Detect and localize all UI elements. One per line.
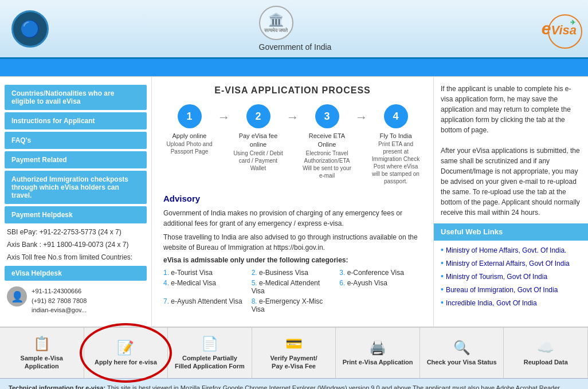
header-left-logo: 🔵 (11, 10, 49, 48)
admissible-title: eVisa is admissable only under the follo… (163, 256, 422, 264)
useful-links-list: •Ministry of Home Affairs, Govt. Of Indi… (441, 245, 581, 308)
step-2-sublabel: Using Credit / Debit card / Payment Wall… (233, 150, 284, 172)
sidebar: Countries/Nationalities who are eligible… (0, 77, 152, 327)
sidebar-item-checkposts[interactable]: Authorized Immigration checkposts throug… (5, 171, 147, 204)
sidebar-item-countries[interactable]: Countries/Nationalities who are eligible… (5, 85, 147, 110)
useful-links-title: Useful Web Links (434, 223, 588, 241)
arrow-3: → (353, 110, 370, 125)
visa-category-item: 7. e-Ayush Attendent Visa (163, 297, 246, 313)
visa-category-item: 3. e-Conference Visa (339, 269, 422, 277)
arrow-2: → (284, 110, 301, 125)
toolbar-icon-verify: 💳 (285, 336, 303, 352)
toolbar-label-verify: Verify Payment/ (271, 354, 317, 362)
toolbar-icon-sample: 📋 (33, 336, 50, 352)
step-3: 3 Receive ETA Online Electronic Travel A… (301, 104, 353, 179)
footer: Technical information for e-visa: This s… (0, 378, 588, 389)
evisa-helpdesk-label: eVisa Helpdesk (5, 266, 147, 281)
visa-category-item: 8. e-Emergency X-Misc Visa (252, 297, 334, 313)
header-right-logo: eVisa ✈ (542, 19, 577, 38)
bullet-icon: • (441, 298, 444, 308)
toolbar-label-sample: Sample e-Visa (21, 354, 63, 362)
left-emblem: 🔵 (11, 10, 49, 48)
step-4-sublabel: Print ETA and present at Immigration Che… (370, 140, 422, 185)
bullet-icon: • (441, 272, 444, 281)
toolbar-icon-check: 🔍 (453, 340, 471, 356)
bottom-toolbar: 📋Sample e-VisaApplication📝Apply here for… (0, 327, 588, 378)
step-4-circle: 4 (384, 104, 408, 128)
toolbar-item-reupload[interactable]: ☁️Reupload Data (504, 328, 588, 378)
visa-category-item: 4. e-Medical Visa (163, 279, 246, 295)
step-1-label: Apply online (173, 132, 207, 140)
visa-category-item: 1. e-Tourist Visa (163, 269, 246, 277)
toolbar-icon-print: 🖨️ (369, 340, 386, 356)
sidebar-item-instructions[interactable]: Instructions for Applicant (5, 112, 147, 129)
toolbar-label-complete: Filled Application Form (175, 362, 245, 370)
visa-category-item: 5. e-Medical Attendent Visa (252, 279, 334, 295)
useful-link-item[interactable]: •Ministry of Tourism, Govt Of India (441, 272, 581, 282)
toolbar-label-apply: Apply here for e-visa (95, 358, 157, 366)
helpdesk-avatar: 👤 (7, 286, 27, 307)
helpdesk-phone1: +91-11-24300666 (32, 286, 87, 296)
helpdesk-contact: 👤 +91-11-24300666 (+91) 82 7808 7808 ind… (0, 283, 151, 319)
contact-info: +91-11-24300666 (+91) 82 7808 7808 india… (32, 286, 87, 315)
step-3-circle: 3 (315, 104, 339, 128)
useful-link-item[interactable]: •Incredible India, Govt Of India (441, 298, 581, 308)
step-4: 4 Fly To India Print ETA and present at … (370, 104, 422, 185)
bullet-icon: • (441, 285, 444, 294)
toolbar-label-print: Print e-Visa Application (343, 358, 413, 366)
step-4-label: Fly To India (379, 132, 411, 140)
useful-link-item[interactable]: •Ministry of Home Affairs, Govt. Of Indi… (441, 245, 581, 256)
useful-link-item[interactable]: •Ministry of External Affairs, Govt Of I… (441, 258, 581, 269)
right-panel: If the applicant is unable to complete h… (433, 77, 588, 327)
blue-nav-strip (0, 59, 588, 76)
sidebar-item-payment-helpdesk[interactable]: Payment Helpdesk (5, 206, 147, 223)
advisory-text-2: Those travelling to India are also advis… (163, 232, 422, 253)
toolbar-item-sample[interactable]: 📋Sample e-VisaApplication (0, 328, 84, 378)
step-1-sublabel: Upload Photo and Passport Page (164, 140, 215, 155)
header-center: 🏛️ सत्यमेव जयते Government of India (259, 6, 332, 52)
step-2-label: Pay eVisa fee online (233, 132, 284, 150)
bullet-icon: • (441, 245, 444, 255)
helpdesk-email: indian-evisa@gov... (32, 305, 87, 315)
toolbar-label-complete: Complete Partially (182, 354, 237, 362)
useful-link-item[interactable]: •Bureau of Immigration, Govt Of India (441, 285, 581, 295)
advisory-text-1: Government of India makes no provision o… (163, 208, 422, 229)
step-1: 1 Apply online Upload Photo and Passport… (164, 104, 215, 155)
gov-title: Government of India (259, 42, 332, 52)
toolbar-icon-reupload: ☁️ (537, 340, 554, 356)
step-3-sublabel: Electronic Travel Authorization/ETA Will… (301, 150, 353, 179)
helpdesk-phone2: (+91) 82 7808 7808 (32, 296, 87, 306)
footer-bold: Technical information for e-visa: (9, 384, 105, 389)
visa-category-item: 6. e-Ayush Visa (339, 279, 422, 295)
right-info-2: After your eVisa applications is submitt… (441, 146, 581, 218)
axis-bank-text: Axis Bank : +91 1800-419-0073 (24 x 7) (0, 238, 151, 251)
toolbar-item-print[interactable]: 🖨️Print e-Visa Application (336, 328, 420, 378)
toolbar-item-complete[interactable]: 📄Complete PartiallyFilled Application Fo… (168, 328, 252, 378)
sidebar-item-faqs[interactable]: FAQ's (5, 132, 147, 149)
toolbar-label-sample: Application (25, 362, 59, 370)
toolbar-icon-apply: 📝 (117, 340, 134, 356)
toolbar-item-apply[interactable]: 📝Apply here for e-visa (84, 328, 168, 378)
toolbar-label-reupload: Reupload Data (524, 358, 568, 366)
arrow-1: → (215, 110, 233, 125)
sbi-epay-text: SBI ePay: +91-22-2753-5773 (24 x 7) (0, 226, 151, 238)
toolbar-label-verify: Pay e-Visa Fee (272, 362, 316, 370)
step-2-circle: 2 (246, 104, 271, 128)
axis-tollfree-text: Axis Toll free No.s from limited Countri… (0, 251, 151, 264)
sidebar-item-payment[interactable]: Payment Related (5, 151, 147, 168)
advisory-text-2-content: Those travelling to India are also advis… (163, 233, 418, 252)
center-emblem: 🏛️ सत्यमेव जयते (259, 6, 293, 40)
center-content: E-VISA APPLICATION PROCESS 1 Apply onlin… (152, 77, 433, 327)
step-3-label: Receive ETA Online (301, 132, 353, 150)
toolbar-item-verify[interactable]: 💳Verify Payment/Pay e-Visa Fee (252, 328, 336, 378)
step-2: 2 Pay eVisa fee online Using Credit / De… (233, 104, 284, 172)
page-header: 🔵 🏛️ सत्यमेव जयते Government of India eV… (0, 0, 588, 59)
toolbar-icon-complete: 📄 (201, 336, 218, 352)
bullet-icon: • (441, 258, 444, 268)
toolbar-item-check[interactable]: 🔍Check your Visa Status (420, 328, 504, 378)
visa-category-item: 2. e-Business Visa (252, 269, 334, 277)
main-layout: Countries/Nationalities who are eligible… (0, 76, 588, 327)
visa-categories-grid: 1. e-Tourist Visa2. e-Business Visa3. e-… (163, 269, 422, 313)
advisory-title: Advisory (163, 194, 422, 203)
process-steps: 1 Apply online Upload Photo and Passport… (163, 104, 422, 185)
